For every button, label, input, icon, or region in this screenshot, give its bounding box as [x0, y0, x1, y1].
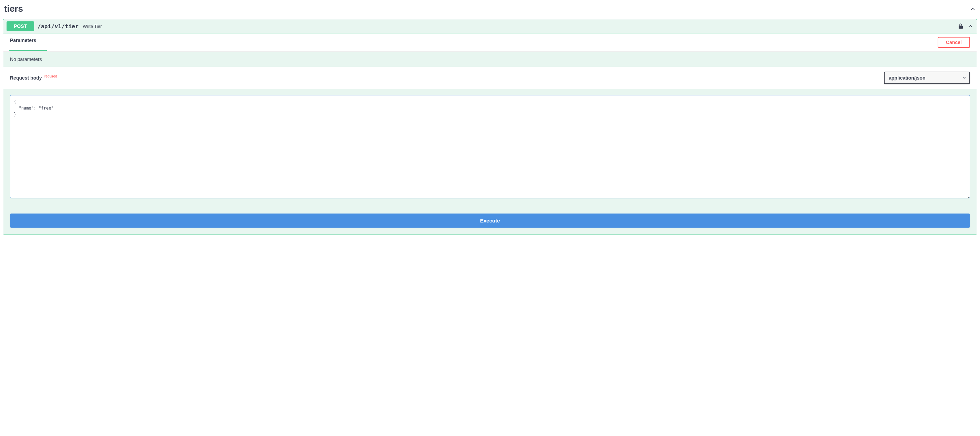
method-badge: POST: [6, 21, 34, 31]
parameters-header-row: Parameters Cancel: [3, 33, 977, 52]
endpoint-block: POST /api/v1/tier Write Tier Parameters …: [3, 19, 977, 235]
request-body-area: Execute: [3, 89, 977, 234]
endpoint-panel: Parameters Cancel No parameters Request …: [3, 33, 977, 234]
tab-underline: [9, 50, 47, 51]
required-tag: required: [45, 75, 57, 78]
chevron-up-icon: [967, 23, 974, 29]
no-parameters-message: No parameters: [3, 52, 977, 67]
request-body-label-wrap: Request body required: [10, 75, 57, 81]
section-title: tiers: [4, 3, 23, 14]
request-body-label: Request body: [10, 75, 42, 81]
chevron-up-icon: [970, 6, 976, 12]
endpoint-summary: Write Tier: [83, 24, 102, 29]
tab-parameters-label: Parameters: [10, 38, 36, 43]
cancel-button[interactable]: Cancel: [938, 37, 970, 48]
lock-icon[interactable]: [958, 23, 964, 29]
content-type-select-wrap: application/json: [884, 72, 970, 84]
section-header[interactable]: tiers: [3, 2, 977, 17]
endpoint-header[interactable]: POST /api/v1/tier Write Tier: [3, 19, 977, 33]
request-body-header-row: Request body required application/json: [3, 67, 977, 89]
tab-parameters[interactable]: Parameters: [10, 38, 36, 47]
execute-button[interactable]: Execute: [10, 213, 970, 228]
endpoint-path: /api/v1/tier: [38, 23, 78, 30]
endpoint-header-right: [958, 23, 974, 29]
request-body-textarea[interactable]: [10, 95, 970, 198]
content-type-select[interactable]: application/json: [884, 72, 970, 84]
